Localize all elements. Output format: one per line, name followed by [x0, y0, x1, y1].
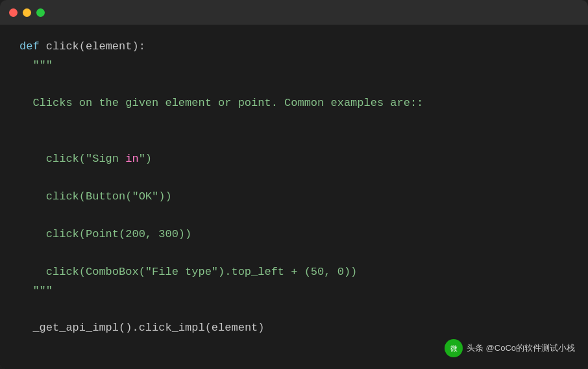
code-line-4: Clicks on the given element or point. Co… — [19, 94, 569, 113]
code-line-6 — [19, 131, 569, 150]
code-line-12 — [19, 244, 569, 263]
minimize-button[interactable] — [23, 8, 31, 17]
maximize-button[interactable] — [36, 8, 45, 17]
code-editor: def click(element): """ Clicks on the gi… — [0, 25, 588, 369]
code-line-8 — [19, 169, 569, 188]
code-line-2: """ — [19, 57, 569, 75]
code-line-14: """ — [19, 282, 569, 301]
watermark: 微 头条 @CoCo的软件测试小栈 — [445, 339, 575, 357]
titlebar — [0, 0, 588, 25]
svg-text:微: 微 — [450, 344, 457, 352]
code-line-3 — [19, 75, 569, 94]
watermark-icon: 微 — [445, 339, 463, 357]
code-line-7: click("Sign in") — [19, 150, 569, 169]
code-line-15 — [19, 300, 569, 319]
code-line-10 — [19, 207, 569, 225]
code-line-5 — [19, 113, 569, 132]
code-line-13: click(ComboBox("File type").top_left + (… — [19, 263, 569, 282]
code-line-1: def click(element): — [19, 38, 569, 57]
code-line-9: click(Button("OK")) — [19, 188, 569, 207]
code-line-16: _get_api_impl().click_impl(element) — [19, 319, 569, 338]
code-line-11: click(Point(200, 300)) — [19, 225, 569, 244]
watermark-label: 头条 @CoCo的软件测试小栈 — [467, 342, 575, 354]
close-button[interactable] — [9, 8, 18, 17]
window: def click(element): """ Clicks on the gi… — [0, 0, 588, 369]
